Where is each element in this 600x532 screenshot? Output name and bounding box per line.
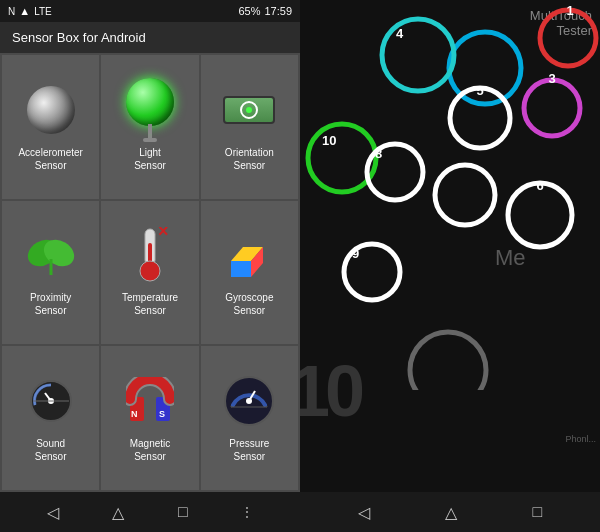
status-bar: N ▲ LTE 65% 17:59 <box>0 0 300 22</box>
svg-point-27 <box>524 80 580 136</box>
back-button-left[interactable]: ◁ <box>47 503 59 522</box>
magnetic-icon-container: N S <box>122 373 178 429</box>
svg-text:4: 4 <box>396 26 404 41</box>
proximity-svg <box>25 231 77 279</box>
svg-point-31 <box>308 124 376 192</box>
main-content: N ▲ LTE 65% 17:59 Sensor Box for Android… <box>0 0 600 532</box>
svg-point-35 <box>435 165 495 225</box>
svg-text:5: 5 <box>476 83 483 98</box>
battery-percent: 65% <box>238 5 260 17</box>
svg-point-5 <box>140 261 160 281</box>
right-panel: MultiTouchTester 10 Phonl... 1 4 3 <box>300 0 600 532</box>
time-display: 17:59 <box>264 5 292 17</box>
magnetic-label: MagneticSensor <box>130 437 171 463</box>
menu-button-left[interactable]: ⋮ <box>241 505 253 519</box>
home-button-right[interactable]: △ <box>445 503 457 522</box>
temperature-icon-container: × <box>122 227 178 283</box>
svg-text:Me: Me <box>495 245 526 270</box>
sensor-accelerometer[interactable]: AccelerometerSensor <box>2 55 99 199</box>
app-title: Sensor Box for Android <box>12 30 146 45</box>
svg-text:8: 8 <box>375 146 382 161</box>
proximity-icon-container <box>23 227 79 283</box>
light-icon <box>122 82 178 138</box>
bottom-credit: Phonl... <box>565 434 596 444</box>
touch-area[interactable]: MultiTouchTester 10 Phonl... 1 4 3 <box>300 0 600 492</box>
sensor-gyroscope[interactable]: GyroscopeSensor <box>201 201 298 345</box>
back-button-right[interactable]: ◁ <box>358 503 370 522</box>
sensor-temperature[interactable]: × TemperatureSensor <box>101 201 198 345</box>
nfc-icon: N <box>8 6 15 17</box>
proximity-label: ProximitySensor <box>30 291 71 317</box>
svg-text:S: S <box>159 409 165 419</box>
magnetic-svg: N S <box>126 377 174 425</box>
signal-icon: ▲ <box>19 5 30 17</box>
wifi-icon: LTE <box>34 6 52 17</box>
sensor-sound[interactable]: SoundSensor <box>2 346 99 490</box>
svg-marker-7 <box>231 261 251 277</box>
svg-text:1: 1 <box>566 3 573 18</box>
svg-text:9: 9 <box>352 246 359 261</box>
gyroscope-label: GyroscopeSensor <box>225 291 273 317</box>
orientation-label: OrientationSensor <box>225 146 274 172</box>
temperature-label: TemperatureSensor <box>122 291 178 317</box>
svg-point-22 <box>540 10 596 66</box>
left-panel: N ▲ LTE 65% 17:59 Sensor Box for Android… <box>0 0 300 532</box>
app-title-bar: Sensor Box for Android <box>0 22 300 53</box>
pressure-icon-container <box>221 373 277 429</box>
sensor-orientation[interactable]: OrientationSensor <box>201 55 298 199</box>
gyroscope-icon-container <box>221 227 277 283</box>
svg-text:3: 3 <box>548 71 555 86</box>
svg-point-20 <box>246 398 252 404</box>
recent-button-right[interactable]: □ <box>533 503 543 521</box>
sound-label: SoundSensor <box>35 437 67 463</box>
sensor-grid: AccelerometerSensor LightSensor <box>0 53 300 492</box>
sensor-proximity[interactable]: ProximitySensor <box>2 201 99 345</box>
light-label: LightSensor <box>134 146 166 172</box>
pressure-label: PressureSensor <box>229 437 269 463</box>
sensor-light[interactable]: LightSensor <box>101 55 198 199</box>
nav-bar-right: ◁ △ □ <box>300 492 600 532</box>
gyroscope-svg <box>227 233 271 277</box>
pressure-svg <box>223 375 275 427</box>
status-right: 65% 17:59 <box>238 5 292 17</box>
touch-circles-svg: 1 4 3 5 10 8 <box>300 0 600 390</box>
accelerometer-icon <box>23 82 79 138</box>
accelerometer-label: AccelerometerSensor <box>18 146 82 172</box>
svg-text:N: N <box>131 409 138 419</box>
svg-text:×: × <box>158 227 169 241</box>
home-button-left[interactable]: △ <box>112 503 124 522</box>
status-icons: N ▲ LTE <box>8 5 52 17</box>
temperature-svg: × <box>130 227 170 283</box>
svg-text:6: 6 <box>536 178 543 193</box>
svg-point-40 <box>410 332 486 390</box>
nav-bar-left: ◁ △ □ ⋮ <box>0 492 300 532</box>
sensor-magnetic[interactable]: N S MagneticSensor <box>101 346 198 490</box>
orientation-icon-container <box>221 82 277 138</box>
svg-point-25 <box>382 19 454 91</box>
sensor-pressure[interactable]: PressureSensor <box>201 346 298 490</box>
sound-icon-container <box>23 373 79 429</box>
recent-button-left[interactable]: □ <box>178 503 188 521</box>
sound-svg <box>25 379 77 423</box>
svg-text:10: 10 <box>322 133 336 148</box>
